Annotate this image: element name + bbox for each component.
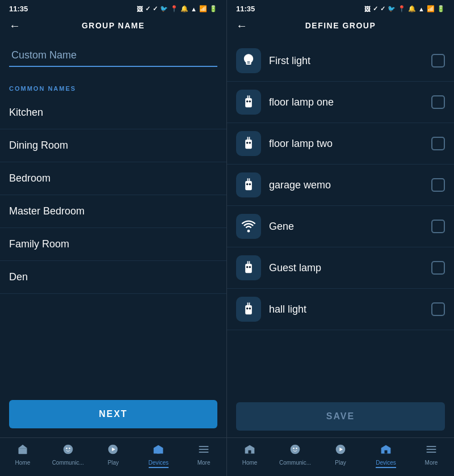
nav-devices-right[interactable]: Devices xyxy=(363,441,409,470)
bulb-icon xyxy=(241,53,257,69)
hall-light-label: hall light xyxy=(269,304,431,315)
nav-home-label-right: Home xyxy=(242,460,258,466)
nav-more-label-left: More xyxy=(197,460,211,466)
nav-play-left[interactable]: Play xyxy=(91,441,136,470)
back-button-right[interactable]: ← xyxy=(236,19,247,32)
bulb-icon-wrap xyxy=(236,48,261,73)
svg-rect-10 xyxy=(245,98,252,107)
svg-rect-42 xyxy=(385,450,388,454)
svg-rect-9 xyxy=(199,452,209,453)
nav-more-left[interactable]: More xyxy=(181,441,226,470)
nav-comm-left[interactable]: Communic... xyxy=(45,441,91,470)
photo-icon: 🖼 xyxy=(137,6,143,12)
gene-checkbox[interactable] xyxy=(431,220,445,233)
bottom-nav-right: Home Communic... Play Devices More xyxy=(227,437,454,476)
comm-icon-left xyxy=(62,444,74,458)
common-names-list: Kitchen Dining Room Bedroom Master Bedro… xyxy=(0,96,226,391)
svg-rect-44 xyxy=(427,449,436,450)
gene-label: Gene xyxy=(269,221,431,233)
vibrate-icon-r: 🔔 xyxy=(408,5,416,12)
plug-icon-2 xyxy=(241,136,257,151)
nav-more-label-right: More xyxy=(425,460,438,466)
device-floor-lamp-one[interactable]: floor lamp one xyxy=(227,82,454,123)
nav-more-right[interactable]: More xyxy=(409,441,454,470)
device-gene[interactable]: Gene xyxy=(227,206,454,247)
svg-rect-7 xyxy=(199,446,209,447)
svg-point-21 xyxy=(246,183,249,186)
status-bar-left: 11:35 🖼 ✓ ✓ 🐦 📍 🔔 ▲ 📶 🔋 xyxy=(0,0,226,15)
nav-play-right[interactable]: Play xyxy=(318,441,363,470)
name-den[interactable]: Den xyxy=(0,261,226,294)
guest-lamp-label: Guest lamp xyxy=(269,262,431,274)
photo-icon-r: 🖼 xyxy=(364,6,371,12)
svg-point-25 xyxy=(247,230,250,233)
nav-home-right[interactable]: Home xyxy=(227,441,272,470)
plug-icon-wrap-5 xyxy=(236,297,261,322)
nav-home-left[interactable]: Home xyxy=(0,441,45,470)
svg-point-38 xyxy=(293,448,295,449)
name-family-room[interactable]: Family Room xyxy=(0,228,226,261)
svg-rect-19 xyxy=(249,137,250,140)
name-bedroom[interactable]: Bedroom xyxy=(0,162,226,195)
device-guest-lamp[interactable]: Guest lamp xyxy=(227,247,454,289)
home-icon-left xyxy=(17,444,28,458)
play-icon-left xyxy=(107,444,119,458)
status-icons-right: 🖼 ✓ ✓ 🐦 📍 🔔 ▲ 📶 🔋 xyxy=(364,5,445,12)
plug-icon-4 xyxy=(241,260,257,276)
svg-rect-31 xyxy=(245,305,252,314)
nav-devices-label-right: Devices xyxy=(376,460,396,468)
svg-point-39 xyxy=(296,448,297,449)
svg-rect-0 xyxy=(18,448,27,454)
plug-icon-3 xyxy=(241,177,257,193)
svg-point-37 xyxy=(291,445,300,454)
nav-comm-label-right: Communic... xyxy=(279,460,311,466)
check2-icon-r: ✓ xyxy=(380,5,385,12)
svg-point-16 xyxy=(246,142,249,144)
check-icon-r: ✓ xyxy=(373,5,378,12)
bottom-nav-left: Home Communic... Play Devices More xyxy=(0,437,226,476)
svg-rect-34 xyxy=(247,302,249,305)
device-floor-lamp-two[interactable]: floor lamp two xyxy=(227,123,454,165)
name-dining-room[interactable]: Dining Room xyxy=(0,129,226,162)
guest-lamp-checkbox[interactable] xyxy=(431,261,445,275)
first-light-checkbox[interactable] xyxy=(431,54,445,68)
device-garage-wemo[interactable]: garage wemo xyxy=(227,165,454,206)
nav-comm-right[interactable]: Communic... xyxy=(272,441,318,470)
svg-rect-8 xyxy=(199,449,209,450)
name-kitchen[interactable]: Kitchen xyxy=(0,96,226,129)
check-icon: ✓ xyxy=(145,5,150,12)
device-hall-light[interactable]: hall light xyxy=(227,289,454,330)
svg-rect-30 xyxy=(249,261,250,264)
back-button-left[interactable]: ← xyxy=(9,19,20,32)
svg-rect-24 xyxy=(249,178,250,181)
name-master-bedroom[interactable]: Master Bedroom xyxy=(0,195,226,228)
device-list: First light floor lamp one xyxy=(227,36,454,395)
svg-point-3 xyxy=(69,448,70,449)
floor-lamp-two-checkbox[interactable] xyxy=(431,137,445,150)
custom-name-input[interactable] xyxy=(9,45,217,67)
garage-wemo-checkbox[interactable] xyxy=(431,178,445,192)
battery-icon: 🔋 xyxy=(209,5,217,12)
nav-home-label-left: Home xyxy=(15,460,31,466)
next-button[interactable]: NEXT xyxy=(9,400,217,428)
check2-icon: ✓ xyxy=(153,5,158,12)
svg-rect-20 xyxy=(245,181,252,190)
floor-lamp-one-checkbox[interactable] xyxy=(431,95,445,109)
svg-rect-6 xyxy=(157,450,160,454)
svg-point-32 xyxy=(246,307,249,310)
svg-point-17 xyxy=(249,142,251,144)
svg-point-28 xyxy=(249,266,251,268)
nav-play-label-left: Play xyxy=(108,460,119,466)
nav-devices-left[interactable]: Devices xyxy=(136,441,181,470)
devices-icon-left xyxy=(153,444,164,458)
nav-play-label-right: Play xyxy=(335,460,346,466)
save-button[interactable]: SAVE xyxy=(236,402,445,431)
svg-point-1 xyxy=(63,445,73,454)
hall-light-checkbox[interactable] xyxy=(431,302,445,316)
device-first-light[interactable]: First light xyxy=(227,40,454,82)
plug-icon-wrap-1 xyxy=(236,90,261,115)
svg-rect-18 xyxy=(247,137,249,140)
nav-comm-label-left: Communic... xyxy=(52,460,84,466)
svg-rect-29 xyxy=(247,261,249,264)
battery-icon-r: 🔋 xyxy=(437,5,445,12)
